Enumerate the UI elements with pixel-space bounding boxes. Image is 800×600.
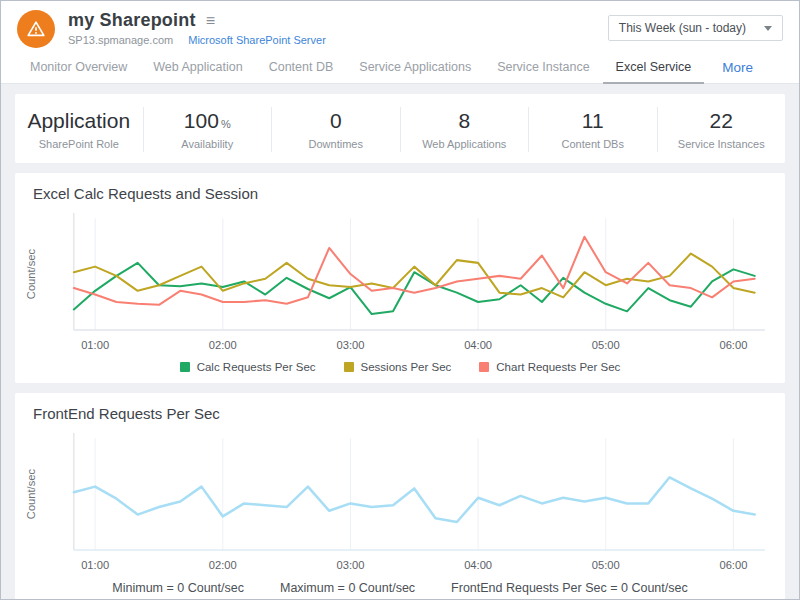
- chart-title: FrontEnd Requests Per Sec: [15, 393, 785, 424]
- legend-swatch-icon: [180, 362, 190, 372]
- x-tick-label: 05:00: [592, 560, 620, 572]
- legend-label: Chart Requests Per Sec: [496, 361, 620, 373]
- excel-calc-chart-card: Excel Calc Requests and Session 01:0002:…: [15, 173, 785, 383]
- stat-availability: 100%Availability: [143, 107, 272, 152]
- frontend-requests-chart: 01:0002:0003:0004:0005:0006:00Count/sec: [21, 428, 773, 580]
- tab-service-instance[interactable]: Service Instance: [484, 54, 602, 83]
- stat-label: Availability: [148, 138, 268, 150]
- x-tick-label: 01:00: [81, 339, 109, 351]
- monitor-title-block: my Sharepoint ≡ SP13.spmanage.com Micros…: [68, 10, 608, 46]
- stat-service-instances: 22Service Instances: [657, 107, 786, 152]
- chevron-down-icon: [764, 26, 772, 31]
- content-area: ApplicationSharePoint Role100%Availabili…: [1, 84, 799, 599]
- monitor-type-link[interactable]: Microsoft SharePoint Server: [188, 34, 326, 46]
- tab-more[interactable]: More: [704, 54, 766, 83]
- y-axis-label: Count/sec: [25, 469, 37, 520]
- legend-swatch-icon: [344, 362, 354, 372]
- x-tick-label: 03:00: [336, 339, 364, 351]
- footer-stat: Minimum = 0 Count/sec: [112, 581, 244, 595]
- stat-sharepoint-role: ApplicationSharePoint Role: [15, 107, 143, 152]
- tab-content-db[interactable]: Content DB: [256, 54, 347, 83]
- stat-value: 0: [330, 109, 342, 132]
- sharepoint-monitor-page: my Sharepoint ≡ SP13.spmanage.com Micros…: [0, 0, 800, 600]
- stat-value: 11: [582, 109, 604, 132]
- stat-label: SharePoint Role: [19, 138, 139, 150]
- tab-monitor-overview[interactable]: Monitor Overview: [17, 54, 140, 83]
- stat-content-dbs: 11Content DBs: [528, 107, 657, 152]
- stat-label: Web Applications: [405, 138, 525, 150]
- x-tick-label: 04:00: [464, 560, 492, 572]
- stat-label: Service Instances: [662, 138, 782, 150]
- chart-area: 01:0002:0003:0004:0005:0006:00Count/sec: [15, 204, 785, 360]
- frontend-requests-per-sec-line: [74, 478, 755, 523]
- footer-stat: Maximum = 0 Count/sec: [280, 581, 415, 595]
- x-tick-label: 06:00: [719, 560, 747, 572]
- tab-excel-service[interactable]: Excel Service: [603, 54, 705, 84]
- chart-footer-stats: Minimum = 0 Count/secMaximum = 0 Count/s…: [15, 581, 785, 599]
- legend-label: Sessions Per Sec: [361, 361, 452, 373]
- x-tick-label: 02:00: [209, 339, 237, 351]
- stat-web-applications: 8Web Applications: [400, 107, 529, 152]
- chart-legend: Calc Requests Per SecSessions Per SecCha…: [15, 360, 785, 383]
- monitor-host: SP13.spmanage.com: [68, 34, 173, 46]
- tab-web-application[interactable]: Web Application: [140, 54, 255, 83]
- stat-value: Application: [27, 109, 130, 132]
- legend-item-calc-requests-per-sec[interactable]: Calc Requests Per Sec: [180, 361, 316, 373]
- chart-area: 01:0002:0003:0004:0005:0006:00Count/sec: [15, 424, 785, 580]
- period-selector[interactable]: This Week (sun - today): [608, 15, 783, 41]
- frontend-chart-card: FrontEnd Requests Per Sec 01:0002:0003:0…: [15, 393, 785, 599]
- hamburger-icon[interactable]: ≡: [206, 13, 215, 29]
- legend-item-sessions-per-sec[interactable]: Sessions Per Sec: [344, 361, 452, 373]
- stat-value: 8: [458, 109, 470, 132]
- x-tick-label: 06:00: [719, 339, 747, 351]
- y-axis-label: Count/sec: [25, 249, 37, 300]
- stat-unit: %: [221, 118, 231, 130]
- calc-requests-per-sec-line: [74, 263, 755, 314]
- chart-title: Excel Calc Requests and Session: [15, 173, 785, 204]
- stat-label: Downtimes: [276, 138, 396, 150]
- legend-swatch-icon: [479, 362, 489, 372]
- legend-label: Calc Requests Per Sec: [197, 361, 316, 373]
- chart-requests-per-sec-line: [74, 237, 755, 305]
- stat-label: Content DBs: [533, 138, 653, 150]
- excel-calc-chart: 01:0002:0003:0004:0005:0006:00Count/sec: [21, 208, 773, 360]
- period-selector-value: This Week (sun - today): [619, 21, 746, 35]
- tab-service-applications[interactable]: Service Applications: [346, 54, 484, 83]
- monitor-status-badge: [17, 10, 55, 48]
- x-tick-label: 03:00: [336, 560, 364, 572]
- summary-stats: ApplicationSharePoint Role100%Availabili…: [15, 94, 785, 163]
- nav-bar: Monitor OverviewWeb ApplicationContent D…: [1, 52, 799, 84]
- footer-stat: FrontEnd Requests Per Sec = 0 Count/sec: [451, 581, 688, 595]
- x-tick-label: 05:00: [592, 339, 620, 351]
- stat-value: 22: [710, 109, 733, 132]
- warning-triangle-icon: [25, 18, 47, 40]
- x-tick-label: 04:00: [464, 339, 492, 351]
- legend-item-chart-requests-per-sec[interactable]: Chart Requests Per Sec: [479, 361, 620, 373]
- stat-downtimes: 0Downtimes: [271, 107, 400, 152]
- header: my Sharepoint ≡ SP13.spmanage.com Micros…: [1, 1, 799, 52]
- monitor-name: my Sharepoint: [68, 10, 196, 31]
- stat-value: 100: [184, 109, 219, 132]
- x-tick-label: 02:00: [209, 560, 237, 572]
- x-tick-label: 01:00: [81, 560, 109, 572]
- nav-tabs: Monitor OverviewWeb ApplicationContent D…: [17, 54, 704, 83]
